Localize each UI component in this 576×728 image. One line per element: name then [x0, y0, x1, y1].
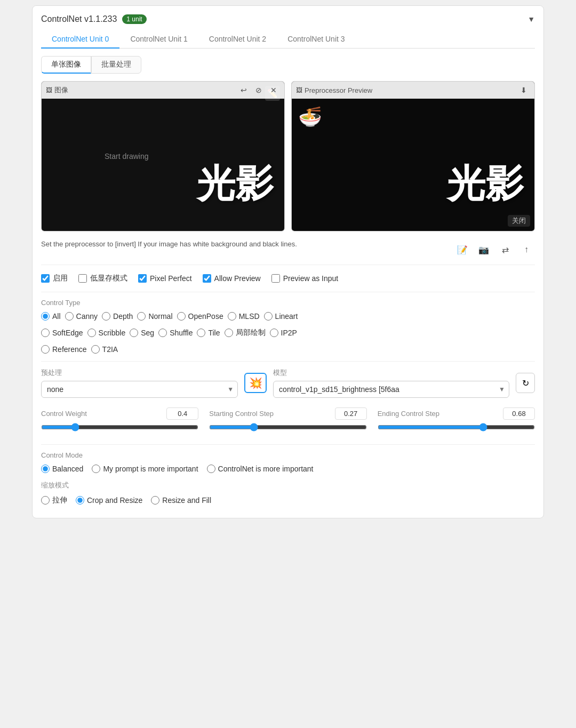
preview-panel-label: 🖼 Preprocessor Preview: [296, 86, 372, 94]
preview-panel-actions: ⬇: [517, 84, 530, 97]
control-type-label: Control Type: [41, 299, 535, 307]
starting-step-input[interactable]: 0.27: [335, 407, 367, 420]
sub-tab-batch[interactable]: 批量处理: [91, 56, 141, 74]
unit-tabs: ControlNet Unit 0 ControlNet Unit 1 Cont…: [41, 30, 535, 49]
ending-step-header: Ending Control Step 0.68: [378, 407, 535, 420]
radio-t2ia[interactable]: T2IA: [91, 345, 118, 354]
preview-canvas: 🖼 Preprocessor Preview ⬇ 🍜 光影 关闭: [292, 82, 534, 231]
control-weight-label: Control Weight: [41, 410, 87, 418]
scale-mode-radios: 拉伸 Crop and Resize Resize and Fill: [41, 495, 535, 505]
image-panel-header: 🖼 图像 ↩ ⊘ ✕: [42, 82, 284, 99]
model-section: 模型 control_v1p_sd15_brightness [5f6aa ▼: [273, 368, 509, 398]
radio-seg[interactable]: Seg: [130, 328, 154, 338]
preprocessor-select[interactable]: none: [41, 381, 238, 398]
model-select[interactable]: control_v1p_sd15_brightness [5f6aa: [273, 381, 509, 398]
tab-unit-2[interactable]: ControlNet Unit 2: [198, 30, 277, 49]
download-preview-button[interactable]: ⬇: [517, 84, 530, 97]
radio-depth[interactable]: Depth: [102, 312, 133, 321]
starting-step-header: Starting Control Step 0.27: [209, 407, 366, 420]
sub-tabs: 单张图像 批量处理: [41, 56, 535, 74]
control-type-radios-2: SoftEdge Scribble Seg Shuffle Tile 局部绘制: [41, 328, 535, 338]
sliders-row: Control Weight 0.4 Starting Control Step…: [41, 407, 535, 434]
bowl-emoji: 🍜: [298, 106, 322, 128]
control-weight-group: Control Weight 0.4: [41, 407, 198, 434]
unit-badge: 1 unit: [122, 14, 146, 24]
radio-lineart[interactable]: Lineart: [264, 312, 298, 321]
control-weight-slider[interactable]: [41, 423, 198, 431]
radio-softedge[interactable]: SoftEdge: [41, 328, 83, 338]
preview-as-input-checkbox[interactable]: Preview as Input: [271, 274, 339, 283]
refresh-model-button[interactable]: ↻: [516, 373, 535, 393]
header-dropdown-icon[interactable]: ▼: [527, 15, 535, 23]
checkboxes-row: 启用 低显存模式 Pixel Perfect Allow Preview Pre…: [41, 274, 535, 283]
image-chinese-text: 光影: [197, 158, 274, 210]
scale-stretch[interactable]: 拉伸: [41, 495, 67, 505]
preview-icon-small: 🖼: [296, 86, 302, 94]
header: ControlNet v1.1.233 1 unit ▼: [41, 14, 535, 24]
tab-unit-3[interactable]: ControlNet Unit 3: [277, 30, 355, 49]
image-canvas[interactable]: 🖼 图像 ↩ ⊘ ✕ Start drawing 光影 ✏️: [42, 82, 284, 231]
scale-mode-section: 缩放模式 拉伸 Crop and Resize Resize and Fill: [41, 481, 535, 505]
fire-button[interactable]: 💥: [244, 373, 267, 393]
radio-reference[interactable]: Reference: [41, 345, 87, 354]
undo-button[interactable]: ↩: [237, 84, 250, 97]
preview-panel: 🖼 Preprocessor Preview ⬇ 🍜 光影 关闭: [291, 81, 535, 231]
preproc-model-row: 预处理 none ▼ 💥 模型 control_v1p_sd15_brightn…: [41, 368, 535, 398]
ending-step-input[interactable]: 0.68: [503, 407, 535, 420]
image-row: 🖼 图像 ↩ ⊘ ✕ Start drawing 光影 ✏️: [41, 81, 535, 231]
edit-action-icon[interactable]: 📝: [454, 241, 471, 258]
starting-step-slider[interactable]: [209, 423, 366, 431]
radio-normal[interactable]: Normal: [137, 312, 172, 321]
radio-all[interactable]: All: [41, 312, 61, 321]
starting-step-label: Starting Control Step: [209, 410, 274, 418]
model-label: 模型: [273, 368, 509, 378]
tab-unit-0[interactable]: ControlNet Unit 0: [41, 30, 119, 49]
preview-panel-header: 🖼 Preprocessor Preview ⬇: [292, 82, 534, 99]
info-row: Set the preprocessor to [invert] If your…: [41, 239, 535, 265]
image-panel-label: 🖼 图像: [46, 85, 68, 95]
model-select-wrapper: control_v1p_sd15_brightness [5f6aa ▼: [273, 381, 509, 398]
radio-scribble[interactable]: Scribble: [87, 328, 126, 338]
scale-mode-label: 缩放模式: [41, 481, 535, 490]
radio-local-draw[interactable]: 局部绘制: [225, 328, 266, 338]
swap-action-icon[interactable]: ⇄: [497, 241, 514, 258]
radio-ip2p[interactable]: IP2P: [270, 328, 297, 338]
control-mode-radios: Balanced My prompt is more important Con…: [41, 465, 535, 473]
eraser-button[interactable]: ⊘: [252, 84, 265, 97]
preview-chinese-text: 光影: [447, 158, 524, 210]
radio-canny[interactable]: Canny: [65, 312, 98, 321]
tab-unit-1[interactable]: ControlNet Unit 1: [119, 30, 198, 49]
pixel-perfect-checkbox[interactable]: Pixel Perfect: [138, 274, 192, 283]
radio-openpose[interactable]: OpenPose: [177, 312, 223, 321]
mode-my-prompt[interactable]: My prompt is more important: [92, 465, 198, 473]
starting-step-group: Starting Control Step 0.27: [209, 407, 366, 434]
scale-crop-resize[interactable]: Crop and Resize: [76, 495, 142, 505]
ending-step-slider[interactable]: [378, 423, 535, 431]
control-weight-input[interactable]: 0.4: [166, 407, 198, 420]
upload-action-icon[interactable]: ↑: [518, 241, 535, 258]
preprocessor-label: 预处理: [41, 368, 238, 378]
radio-mlsd[interactable]: MLSD: [228, 312, 260, 321]
allow-preview-checkbox[interactable]: Allow Preview: [203, 274, 261, 283]
app-title: ControlNet v1.1.233: [41, 14, 117, 24]
mode-balanced[interactable]: Balanced: [41, 465, 83, 473]
preprocessor-select-wrapper: none ▼: [41, 381, 238, 398]
camera-action-icon[interactable]: 📷: [475, 241, 492, 258]
radio-shuffle[interactable]: Shuffle: [158, 328, 193, 338]
close-image-button[interactable]: ✕: [267, 84, 280, 97]
title-area: ControlNet v1.1.233 1 unit: [41, 14, 147, 24]
scale-resize-fill[interactable]: Resize and Fill: [151, 495, 211, 505]
preprocessor-section: 预处理 none ▼: [41, 368, 238, 398]
control-weight-header: Control Weight 0.4: [41, 407, 198, 420]
control-type-radios: All Canny Depth Normal OpenPose MLSD: [41, 312, 535, 321]
radio-tile[interactable]: Tile: [197, 328, 220, 338]
close-preview-button[interactable]: 关闭: [508, 215, 530, 227]
enable-checkbox[interactable]: 启用: [41, 274, 68, 283]
mode-controlnet[interactable]: ControlNet is more important: [207, 465, 314, 473]
image-icon: 🖼: [46, 86, 52, 94]
lowvram-checkbox[interactable]: 低显存模式: [78, 274, 127, 283]
control-type-radios-3: Reference T2IA: [41, 345, 535, 354]
sub-tab-single[interactable]: 单张图像: [41, 56, 91, 74]
control-mode-section: Control Mode Balanced My prompt is more …: [41, 451, 535, 473]
draw-hint: Start drawing: [105, 152, 148, 161]
